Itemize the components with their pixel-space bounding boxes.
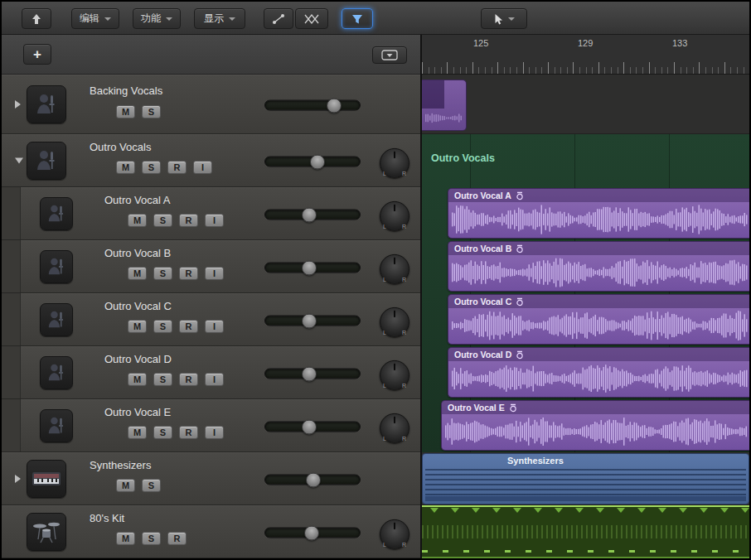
pan-knob[interactable]: LR [380,413,409,442]
volume-slider[interactable] [264,315,361,326]
volume-slider-thumb[interactable] [302,419,317,434]
track-row-backing-vocals[interactable]: Backing Vocals M S [2,75,420,134]
track-name[interactable]: Synthesizers [90,459,151,471]
track-name[interactable]: Outro Vocal E [104,406,171,418]
region-outro-vocal-a[interactable]: Outro Vocal A [448,188,749,239]
lane-outro-vocals[interactable]: Outro Vocals [422,134,749,187]
lane-80s-kit[interactable] [422,505,749,558]
lane-outro-vocal-b[interactable]: Outro Vocal B [422,240,749,293]
pan-knob[interactable]: LR [380,307,409,336]
region-outro-vocal-b[interactable]: Outro Vocal B [448,241,749,292]
input-monitor-button[interactable]: I [205,426,224,439]
crossfade-tool-button[interactable] [295,8,328,29]
solo-button[interactable]: S [153,320,172,333]
volume-slider-thumb[interactable] [302,260,317,275]
track-name[interactable]: Backing Vocals [90,84,162,97]
functions-menu-button[interactable]: 功能 [133,8,181,29]
track-name[interactable]: Outro Vocal D [104,353,172,365]
vocal-track-icon[interactable] [27,85,66,123]
track-name[interactable]: Outro Vocal C [104,300,172,312]
input-monitor-button[interactable]: I [193,161,212,174]
mute-button[interactable]: M [116,105,135,118]
track-row-outro-vocal-a[interactable]: Outro Vocal A M S R I LR [2,187,420,240]
drum-kit-track-icon[interactable] [27,513,66,551]
pan-knob[interactable]: LR [380,360,409,389]
lane-backing-vocals[interactable] [422,75,749,134]
input-monitor-button[interactable]: I [205,320,224,333]
record-button[interactable]: R [179,426,198,439]
lane-outro-vocal-e[interactable]: Outro Vocal E [422,399,749,452]
lane-synthesizers[interactable]: Synthesizers [422,452,749,505]
region-80s-kit-drummer[interactable] [422,505,749,558]
region-outro-vocal-c[interactable]: Outro Vocal C [448,294,749,345]
volume-slider-thumb[interactable] [306,472,321,487]
record-button[interactable]: R [167,161,187,174]
volume-slider[interactable] [264,421,361,432]
track-row-outro-vocal-d[interactable]: Outro Vocal D M S R I LR [2,346,420,399]
edit-menu-button[interactable]: 编辑 [71,8,119,29]
solo-button[interactable]: S [153,426,172,439]
pan-knob[interactable]: LR [380,519,409,548]
region-synthesizers[interactable]: Synthesizers [422,453,749,504]
mute-button[interactable]: M [116,532,135,545]
vocal-track-icon[interactable] [40,250,73,283]
mute-button[interactable]: M [128,320,147,333]
disclosure-triangle-icon[interactable] [15,475,21,483]
solo-button[interactable]: S [153,267,172,280]
track-row-outro-vocal-b[interactable]: Outro Vocal B M S R I LR [2,240,420,293]
view-menu-button[interactable]: 显示 [194,8,245,29]
input-monitor-button[interactable]: I [205,214,224,227]
input-monitor-button[interactable]: I [205,267,224,280]
volume-slider[interactable] [264,474,361,485]
pan-knob[interactable]: LR [380,253,409,283]
region-backing-vocals[interactable] [422,80,467,131]
record-button[interactable]: R [167,532,187,545]
volume-slider[interactable] [264,209,361,220]
lane-outro-vocal-d[interactable]: Outro Vocal D [422,346,749,399]
record-button[interactable]: R [179,214,198,227]
track-row-80s-kit[interactable]: 80's Kit M S R LR [2,505,420,558]
lane-outro-vocal-c[interactable]: Outro Vocal C [422,293,749,346]
volume-slider-thumb[interactable] [302,366,317,381]
volume-slider-thumb[interactable] [302,313,317,328]
record-button[interactable]: R [179,373,198,386]
pan-knob[interactable]: LR [380,147,409,177]
disclosure-triangle-icon[interactable] [15,157,23,163]
track-row-synthesizers[interactable]: Synthesizers M S [2,452,420,505]
pointer-tool-menu-button[interactable] [481,8,527,29]
volume-slider-thumb[interactable] [327,98,342,113]
track-name[interactable]: Outro Vocal A [104,194,171,206]
keyboard-track-icon[interactable] [27,460,66,498]
solo-button[interactable]: S [153,214,172,227]
track-name[interactable]: Outro Vocal B [104,247,171,259]
lane-outro-vocal-a[interactable]: Outro Vocal A [422,187,749,240]
vocal-track-icon[interactable] [40,197,73,230]
record-button[interactable]: R [179,267,198,280]
vocal-track-icon[interactable] [40,409,73,442]
volume-slider-thumb[interactable] [302,207,317,222]
track-header-back-button[interactable] [22,8,51,29]
solo-button[interactable]: S [142,479,161,492]
mute-button[interactable]: M [128,214,147,227]
track-lanes[interactable]: Outro Vocals Outro Vocal A Outro Vocal B [422,75,749,558]
region-outro-vocal-d[interactable]: Outro Vocal D [448,347,749,398]
track-row-outro-vocals[interactable]: Outro Vocals M S R I LR [2,134,420,187]
track-row-outro-vocal-e[interactable]: Outro Vocal E M S R I LR [2,399,420,452]
volume-slider-thumb[interactable] [310,154,325,169]
vocal-track-icon[interactable] [40,356,73,389]
mute-button[interactable]: M [116,161,135,174]
solo-button[interactable]: S [142,105,161,118]
solo-button[interactable]: S [142,532,161,545]
track-name[interactable]: 80's Kit [90,512,124,524]
track-header-config-button[interactable] [372,46,407,64]
add-track-button[interactable]: + [23,44,51,65]
volume-slider[interactable] [264,262,361,273]
volume-slider-thumb[interactable] [304,525,319,540]
timeline-ruler[interactable]: 125 129 133 [422,35,749,75]
volume-slider[interactable] [264,99,361,110]
mute-button[interactable]: M [128,267,147,280]
vocal-track-icon[interactable] [40,303,73,336]
mute-button[interactable]: M [128,426,147,439]
volume-slider[interactable] [264,527,361,538]
pan-knob[interactable]: LR [380,200,409,230]
